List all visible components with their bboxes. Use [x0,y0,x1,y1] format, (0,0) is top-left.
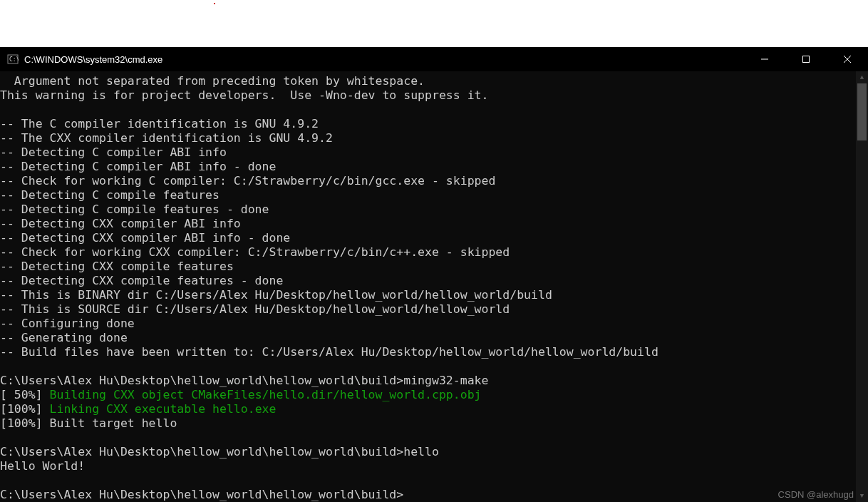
terminal-line: This warning is for project developers. … [0,88,856,103]
scroll-down-arrow[interactable]: ▼ [856,490,868,502]
terminal-line: -- Detecting C compile features - done [0,203,856,217]
window-title: C:\WINDOWS\system32\cmd.exe [24,54,162,65]
terminal-line: -- The C compiler identification is GNU … [0,117,856,131]
terminal-line: -- Check for working C compiler: C:/Stra… [0,174,856,188]
window-controls [744,47,868,71]
close-button[interactable] [827,47,868,71]
terminal-line [0,431,856,445]
scroll-up-arrow[interactable]: ▲ [856,71,868,83]
terminal-line: C:\Users\Alex Hu\Desktop\hellow_world\he… [0,488,856,502]
terminal-line: C:\Users\Alex Hu\Desktop\hellow_world\he… [0,445,856,459]
vertical-scrollbar[interactable]: ▲ ▼ [856,71,868,502]
svg-text:C:\: C:\ [9,56,19,63]
terminal-line: [ 50%] Building CXX object CMakeFiles/he… [0,388,856,402]
cmd-icon: C:\ [7,53,19,65]
terminal-line: -- This is SOURCE dir C:/Users/Alex Hu/D… [0,302,856,317]
terminal-line: -- This is BINARY dir C:/Users/Alex Hu/D… [0,288,856,302]
terminal-line: -- Detecting CXX compiler ABI info - don… [0,231,856,245]
maximize-button[interactable] [785,47,827,71]
terminal-line [0,359,856,374]
terminal-line: -- Detecting C compiler ABI info [0,145,856,160]
svg-rect-3 [803,56,810,63]
red-marker [214,3,215,4]
terminal-line: -- Detecting CXX compile features [0,260,856,274]
terminal-line: -- Detecting C compile features [0,188,856,203]
scroll-thumb[interactable] [857,83,867,140]
scroll-track[interactable] [856,83,868,490]
terminal-line: Hello World! [0,459,856,473]
cmd-window: C:\ C:\WINDOWS\system32\cmd.exe Argument… [0,47,868,502]
terminal-line: -- Generating done [0,331,856,345]
terminal-line: [100%] Linking CXX executable hello.exe [0,402,856,416]
terminal-line: -- Configuring done [0,317,856,331]
terminal-line [0,103,856,117]
terminal-output[interactable]: Argument not separated from preceding to… [0,71,856,502]
terminal-line: -- Detecting CXX compiler ABI info [0,217,856,231]
page-background [0,0,868,47]
minimize-button[interactable] [744,47,785,71]
terminal-line [0,473,856,488]
terminal-line: C:\Users\Alex Hu\Desktop\hellow_world\he… [0,374,856,388]
terminal-line: -- The CXX compiler identification is GN… [0,131,856,145]
terminal-line: -- Detecting CXX compile features - done [0,274,856,288]
terminal-line: -- Detecting C compiler ABI info - done [0,160,856,174]
terminal-line: Argument not separated from preceding to… [0,74,856,88]
titlebar[interactable]: C:\ C:\WINDOWS\system32\cmd.exe [0,47,868,71]
terminal-line: [100%] Built target hello [0,416,856,431]
terminal-line: -- Build files have been written to: C:/… [0,345,856,359]
terminal-line: -- Check for working CXX compiler: C:/St… [0,245,856,260]
